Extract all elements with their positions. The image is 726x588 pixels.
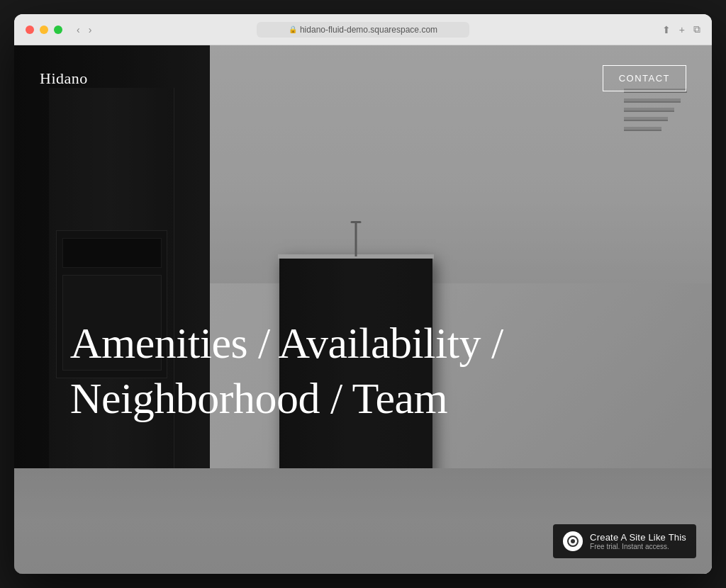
titlebar-actions: ⬆ + ⧉ — [662, 23, 700, 35]
url-text: hidano-fluid-demo.squarespace.com — [300, 25, 437, 35]
squarespace-icon — [563, 531, 583, 551]
overlay — [14, 45, 712, 574]
tabs-icon[interactable]: ⧉ — [693, 23, 700, 35]
close-button[interactable] — [26, 26, 34, 34]
lock-icon: 🔒 — [289, 26, 297, 33]
hero-line-1: Amenities / Availability / — [70, 319, 503, 367]
browser-content: Hidano CONTACT Amenities / Availability … — [14, 45, 712, 574]
squarespace-badge[interactable]: Create A Site Like This Free trial. Inst… — [553, 524, 696, 558]
hero-heading: Amenities / Availability / Neighborhood … — [70, 316, 657, 426]
titlebar: ‹ › 🔒 hidano-fluid-demo.squarespace.com … — [14, 14, 712, 45]
badge-text-block: Create A Site Like This Free trial. Inst… — [590, 532, 686, 550]
mac-window: ‹ › 🔒 hidano-fluid-demo.squarespace.com … — [14, 14, 712, 574]
maximize-button[interactable] — [54, 26, 62, 34]
squarespace-logo — [567, 536, 579, 547]
hero-line-2: Neighborhood / Team — [70, 374, 448, 422]
minimize-button[interactable] — [40, 26, 48, 34]
share-icon[interactable]: ⬆ — [662, 24, 671, 35]
back-button[interactable]: ‹ — [74, 23, 83, 37]
nav-bar: Hidano CONTACT — [14, 45, 712, 111]
contact-button[interactable]: CONTACT — [603, 65, 686, 91]
url-bar[interactable]: 🔒 hidano-fluid-demo.squarespace.com — [257, 22, 469, 38]
traffic-lights — [26, 26, 62, 34]
browser-nav: ‹ › — [74, 23, 94, 37]
add-tab-icon[interactable]: + — [679, 24, 685, 35]
website: Hidano CONTACT Amenities / Availability … — [14, 45, 712, 574]
titlebar-center: 🔒 hidano-fluid-demo.squarespace.com — [257, 22, 469, 38]
site-logo: Hidano — [40, 69, 88, 88]
hero-text: Amenities / Availability / Neighborhood … — [70, 316, 657, 426]
badge-sub-text: Free trial. Instant access. — [590, 543, 686, 550]
forward-button[interactable]: › — [86, 23, 95, 37]
badge-main-text: Create A Site Like This — [590, 532, 686, 543]
